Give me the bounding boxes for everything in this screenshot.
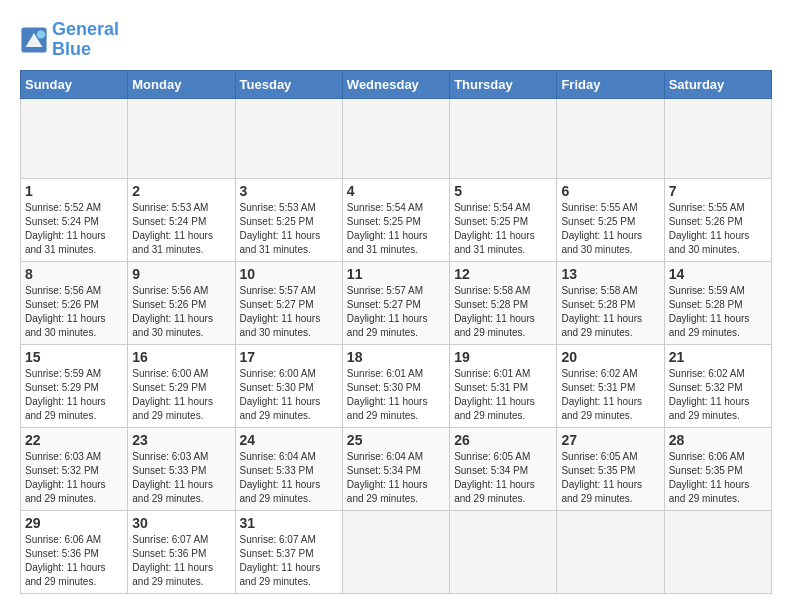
- day-number: 15: [25, 349, 123, 365]
- calendar-cell: 25 Sunrise: 6:04 AM Sunset: 5:34 PM Dayl…: [342, 427, 449, 510]
- day-info: Sunrise: 6:06 AM Sunset: 5:35 PM Dayligh…: [669, 450, 767, 506]
- calendar-cell: 29 Sunrise: 6:06 AM Sunset: 5:36 PM Dayl…: [21, 510, 128, 593]
- day-info: Sunrise: 6:03 AM Sunset: 5:32 PM Dayligh…: [25, 450, 123, 506]
- calendar-cell: 27 Sunrise: 6:05 AM Sunset: 5:35 PM Dayl…: [557, 427, 664, 510]
- day-info: Sunrise: 5:52 AM Sunset: 5:24 PM Dayligh…: [25, 201, 123, 257]
- calendar-cell: [664, 98, 771, 178]
- calendar-cell: [235, 98, 342, 178]
- day-info: Sunrise: 6:02 AM Sunset: 5:32 PM Dayligh…: [669, 367, 767, 423]
- calendar-cell: 26 Sunrise: 6:05 AM Sunset: 5:34 PM Dayl…: [450, 427, 557, 510]
- day-info: Sunrise: 5:53 AM Sunset: 5:25 PM Dayligh…: [240, 201, 338, 257]
- day-number: 14: [669, 266, 767, 282]
- day-number: 3: [240, 183, 338, 199]
- day-number: 19: [454, 349, 552, 365]
- calendar-cell: 6 Sunrise: 5:55 AM Sunset: 5:25 PM Dayli…: [557, 178, 664, 261]
- calendar-cell: [664, 510, 771, 593]
- calendar-week-row: [21, 98, 772, 178]
- calendar-header-row: SundayMondayTuesdayWednesdayThursdayFrid…: [21, 70, 772, 98]
- calendar-cell: 1 Sunrise: 5:52 AM Sunset: 5:24 PM Dayli…: [21, 178, 128, 261]
- calendar-day-header: Tuesday: [235, 70, 342, 98]
- calendar-cell: [342, 510, 449, 593]
- day-info: Sunrise: 6:04 AM Sunset: 5:33 PM Dayligh…: [240, 450, 338, 506]
- calendar-day-header: Friday: [557, 70, 664, 98]
- page-header: General Blue: [20, 20, 772, 60]
- calendar-cell: 12 Sunrise: 5:58 AM Sunset: 5:28 PM Dayl…: [450, 261, 557, 344]
- calendar-cell: 24 Sunrise: 6:04 AM Sunset: 5:33 PM Dayl…: [235, 427, 342, 510]
- svg-point-2: [37, 30, 45, 38]
- day-number: 5: [454, 183, 552, 199]
- day-info: Sunrise: 5:54 AM Sunset: 5:25 PM Dayligh…: [347, 201, 445, 257]
- day-info: Sunrise: 5:59 AM Sunset: 5:28 PM Dayligh…: [669, 284, 767, 340]
- day-info: Sunrise: 6:01 AM Sunset: 5:30 PM Dayligh…: [347, 367, 445, 423]
- calendar-cell: 20 Sunrise: 6:02 AM Sunset: 5:31 PM Dayl…: [557, 344, 664, 427]
- day-info: Sunrise: 5:55 AM Sunset: 5:25 PM Dayligh…: [561, 201, 659, 257]
- day-number: 1: [25, 183, 123, 199]
- calendar-cell: 10 Sunrise: 5:57 AM Sunset: 5:27 PM Dayl…: [235, 261, 342, 344]
- logo-icon: [20, 26, 48, 54]
- calendar-cell: 17 Sunrise: 6:00 AM Sunset: 5:30 PM Dayl…: [235, 344, 342, 427]
- day-number: 18: [347, 349, 445, 365]
- day-info: Sunrise: 6:04 AM Sunset: 5:34 PM Dayligh…: [347, 450, 445, 506]
- calendar-cell: 11 Sunrise: 5:57 AM Sunset: 5:27 PM Dayl…: [342, 261, 449, 344]
- day-number: 21: [669, 349, 767, 365]
- calendar-cell: [21, 98, 128, 178]
- calendar-day-header: Wednesday: [342, 70, 449, 98]
- day-info: Sunrise: 5:56 AM Sunset: 5:26 PM Dayligh…: [25, 284, 123, 340]
- calendar-day-header: Saturday: [664, 70, 771, 98]
- calendar-cell: 18 Sunrise: 6:01 AM Sunset: 5:30 PM Dayl…: [342, 344, 449, 427]
- calendar-week-row: 15 Sunrise: 5:59 AM Sunset: 5:29 PM Dayl…: [21, 344, 772, 427]
- calendar-day-header: Thursday: [450, 70, 557, 98]
- day-info: Sunrise: 5:54 AM Sunset: 5:25 PM Dayligh…: [454, 201, 552, 257]
- calendar-week-row: 8 Sunrise: 5:56 AM Sunset: 5:26 PM Dayli…: [21, 261, 772, 344]
- day-number: 30: [132, 515, 230, 531]
- calendar-cell: 8 Sunrise: 5:56 AM Sunset: 5:26 PM Dayli…: [21, 261, 128, 344]
- day-info: Sunrise: 6:05 AM Sunset: 5:35 PM Dayligh…: [561, 450, 659, 506]
- calendar-cell: 23 Sunrise: 6:03 AM Sunset: 5:33 PM Dayl…: [128, 427, 235, 510]
- calendar-cell: 9 Sunrise: 5:56 AM Sunset: 5:26 PM Dayli…: [128, 261, 235, 344]
- calendar-cell: 3 Sunrise: 5:53 AM Sunset: 5:25 PM Dayli…: [235, 178, 342, 261]
- calendar-cell: [557, 98, 664, 178]
- calendar-cell: 4 Sunrise: 5:54 AM Sunset: 5:25 PM Dayli…: [342, 178, 449, 261]
- calendar-cell: 7 Sunrise: 5:55 AM Sunset: 5:26 PM Dayli…: [664, 178, 771, 261]
- day-number: 7: [669, 183, 767, 199]
- day-number: 31: [240, 515, 338, 531]
- calendar-cell: 28 Sunrise: 6:06 AM Sunset: 5:35 PM Dayl…: [664, 427, 771, 510]
- day-info: Sunrise: 5:58 AM Sunset: 5:28 PM Dayligh…: [454, 284, 552, 340]
- calendar-cell: 21 Sunrise: 6:02 AM Sunset: 5:32 PM Dayl…: [664, 344, 771, 427]
- calendar-cell: [342, 98, 449, 178]
- logo: General Blue: [20, 20, 119, 60]
- day-number: 20: [561, 349, 659, 365]
- day-number: 23: [132, 432, 230, 448]
- day-info: Sunrise: 6:00 AM Sunset: 5:29 PM Dayligh…: [132, 367, 230, 423]
- calendar-cell: 16 Sunrise: 6:00 AM Sunset: 5:29 PM Dayl…: [128, 344, 235, 427]
- calendar-cell: 2 Sunrise: 5:53 AM Sunset: 5:24 PM Dayli…: [128, 178, 235, 261]
- day-number: 29: [25, 515, 123, 531]
- day-number: 11: [347, 266, 445, 282]
- day-number: 26: [454, 432, 552, 448]
- day-info: Sunrise: 6:07 AM Sunset: 5:37 PM Dayligh…: [240, 533, 338, 589]
- calendar-cell: 31 Sunrise: 6:07 AM Sunset: 5:37 PM Dayl…: [235, 510, 342, 593]
- calendar-week-row: 29 Sunrise: 6:06 AM Sunset: 5:36 PM Dayl…: [21, 510, 772, 593]
- day-info: Sunrise: 5:59 AM Sunset: 5:29 PM Dayligh…: [25, 367, 123, 423]
- day-number: 2: [132, 183, 230, 199]
- day-info: Sunrise: 6:00 AM Sunset: 5:30 PM Dayligh…: [240, 367, 338, 423]
- calendar-table: SundayMondayTuesdayWednesdayThursdayFrid…: [20, 70, 772, 594]
- day-info: Sunrise: 6:02 AM Sunset: 5:31 PM Dayligh…: [561, 367, 659, 423]
- calendar-cell: [450, 510, 557, 593]
- calendar-cell: 14 Sunrise: 5:59 AM Sunset: 5:28 PM Dayl…: [664, 261, 771, 344]
- logo-text: General Blue: [52, 20, 119, 60]
- day-info: Sunrise: 6:05 AM Sunset: 5:34 PM Dayligh…: [454, 450, 552, 506]
- calendar-cell: 13 Sunrise: 5:58 AM Sunset: 5:28 PM Dayl…: [557, 261, 664, 344]
- day-number: 12: [454, 266, 552, 282]
- day-info: Sunrise: 6:07 AM Sunset: 5:36 PM Dayligh…: [132, 533, 230, 589]
- day-number: 22: [25, 432, 123, 448]
- day-number: 8: [25, 266, 123, 282]
- day-number: 17: [240, 349, 338, 365]
- day-info: Sunrise: 5:58 AM Sunset: 5:28 PM Dayligh…: [561, 284, 659, 340]
- day-number: 6: [561, 183, 659, 199]
- calendar-cell: 5 Sunrise: 5:54 AM Sunset: 5:25 PM Dayli…: [450, 178, 557, 261]
- calendar-day-header: Monday: [128, 70, 235, 98]
- day-info: Sunrise: 6:06 AM Sunset: 5:36 PM Dayligh…: [25, 533, 123, 589]
- day-info: Sunrise: 5:57 AM Sunset: 5:27 PM Dayligh…: [347, 284, 445, 340]
- day-info: Sunrise: 5:57 AM Sunset: 5:27 PM Dayligh…: [240, 284, 338, 340]
